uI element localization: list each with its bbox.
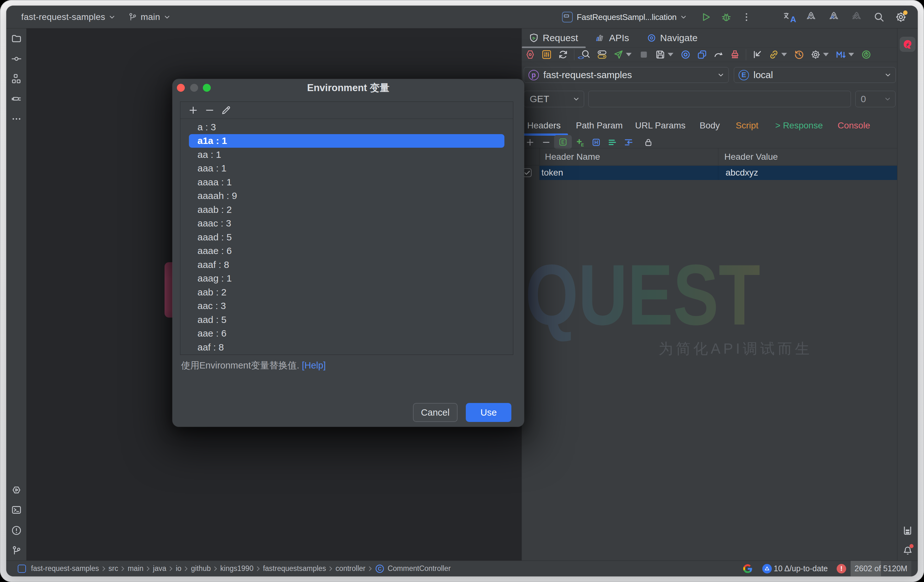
branch-widget[interactable]: main bbox=[128, 12, 171, 22]
profiler-rocket-icon[interactable] bbox=[805, 11, 817, 23]
vcs-badge-icon[interactable] bbox=[762, 564, 772, 574]
tab-script[interactable]: Script bbox=[736, 121, 759, 130]
save-icon[interactable] bbox=[652, 48, 668, 62]
tab-request[interactable]: Request bbox=[522, 28, 586, 48]
error-badge[interactable]: ! bbox=[837, 564, 846, 574]
import-lines-icon[interactable] bbox=[620, 137, 636, 148]
clean-broom-icon[interactable] bbox=[726, 48, 743, 62]
debug-button[interactable] bbox=[721, 12, 732, 23]
search-everywhere-icon[interactable] bbox=[873, 12, 885, 23]
google-icon[interactable] bbox=[742, 563, 753, 574]
env-var-item[interactable]: aaf : 8 bbox=[189, 340, 505, 354]
vcs-status[interactable]: 10 Δ/up-to-date bbox=[774, 564, 828, 573]
tab-navigate[interactable]: Navigate bbox=[639, 28, 705, 48]
import-icon[interactable] bbox=[749, 48, 766, 62]
env-var-item[interactable]: aae : 6 bbox=[189, 327, 505, 341]
use-button[interactable]: Use bbox=[466, 403, 512, 422]
project-toolwindow-icon[interactable] bbox=[11, 33, 22, 44]
dialog-minimize-button[interactable] bbox=[190, 84, 198, 92]
cancel-button[interactable]: Cancel bbox=[413, 403, 457, 422]
problems-toolwindow-icon[interactable] bbox=[11, 525, 22, 536]
tab-body[interactable]: Body bbox=[700, 121, 720, 130]
env-var-item[interactable]: aaab : 2 bbox=[189, 203, 505, 217]
settings-gear-button[interactable] bbox=[895, 11, 907, 23]
more-actions-button[interactable] bbox=[741, 12, 752, 23]
translate-icon[interactable]: A bbox=[782, 11, 794, 23]
env-vars-toggle-selected[interactable]: E bbox=[554, 135, 572, 149]
header-row-token[interactable]: token abcdxyz bbox=[522, 166, 897, 180]
project-select[interactable]: p fast-request-samples bbox=[524, 67, 729, 83]
add-header-icon[interactable] bbox=[522, 137, 538, 148]
project-widget[interactable]: fast-request-samples bbox=[21, 12, 116, 22]
lock-icon[interactable] bbox=[640, 137, 656, 148]
dialog-close-button[interactable] bbox=[177, 84, 185, 92]
terminal-toolwindow-icon[interactable] bbox=[11, 505, 22, 515]
gear-dropdown-arrow[interactable] bbox=[823, 53, 829, 56]
dialog-edit-icon[interactable] bbox=[218, 104, 234, 117]
env-var-item[interactable]: aaaah : 9 bbox=[189, 189, 505, 203]
send-dropdown-arrow[interactable] bbox=[626, 53, 632, 56]
url-input[interactable] bbox=[588, 91, 851, 107]
count-select[interactable]: 0 bbox=[855, 91, 896, 107]
services-toolwindow-icon[interactable] bbox=[11, 485, 22, 495]
env-var-item[interactable]: a : 3 bbox=[189, 120, 505, 134]
method-select[interactable]: GET bbox=[524, 91, 584, 107]
connect-icon[interactable] bbox=[858, 48, 874, 62]
save-dropdown-arrow[interactable] bbox=[668, 53, 673, 56]
history-icon[interactable] bbox=[791, 48, 807, 62]
link-dropdown-arrow[interactable] bbox=[781, 53, 787, 56]
header-name-cell[interactable]: token bbox=[541, 168, 563, 178]
toolbar-gear-icon[interactable] bbox=[807, 48, 824, 62]
markdown-dropdown-arrow[interactable] bbox=[848, 53, 854, 56]
structure-toolwindow-icon[interactable] bbox=[11, 73, 22, 84]
tab-headers[interactable]: Headers bbox=[527, 121, 561, 130]
endpoints-toolwindow-icon[interactable] bbox=[11, 94, 22, 104]
dialog-remove-icon[interactable] bbox=[201, 104, 218, 117]
tab-response[interactable]: > Response bbox=[775, 121, 823, 130]
env-var-item[interactable]: aaaf : 8 bbox=[189, 258, 505, 272]
env-var-item[interactable]: aad : 5 bbox=[189, 313, 505, 327]
tab-console[interactable]: Console bbox=[838, 121, 870, 130]
link-icon[interactable] bbox=[766, 48, 782, 62]
run-config-name[interactable]: FastRequestSampl...lication bbox=[577, 12, 676, 22]
env-var-item[interactable]: aaaa : 1 bbox=[189, 175, 505, 189]
fast-request-stripe-tab[interactable] bbox=[900, 37, 916, 52]
add-env-var-icon[interactable]: E bbox=[572, 137, 588, 148]
curve-arrow-icon[interactable] bbox=[710, 48, 726, 62]
global-headers-icon[interactable]: H bbox=[588, 137, 604, 148]
send-request-icon[interactable] bbox=[610, 48, 627, 62]
env-var-item[interactable]: aaac : 3 bbox=[189, 217, 505, 231]
tab-path-param[interactable]: Path Param bbox=[576, 121, 623, 130]
refresh-icon[interactable] bbox=[555, 48, 571, 62]
env-var-item[interactable]: aac : 3 bbox=[189, 299, 505, 313]
env-var-item[interactable]: aaad : 5 bbox=[189, 230, 505, 244]
run-button[interactable] bbox=[701, 12, 711, 23]
header-value-cell[interactable]: abcdxyz bbox=[726, 168, 758, 178]
scope-icon[interactable] bbox=[522, 48, 538, 62]
stack-toolwindow-icon[interactable] bbox=[902, 525, 913, 536]
env-var-item[interactable]: aaae : 6 bbox=[189, 244, 505, 258]
env-select[interactable]: E local bbox=[734, 67, 896, 83]
remove-header-icon[interactable] bbox=[538, 137, 554, 148]
env-var-item[interactable]: aab : 2 bbox=[189, 285, 505, 299]
env-var-item[interactable]: aaa : 1 bbox=[189, 162, 505, 176]
notifications-bell-button[interactable] bbox=[901, 545, 914, 557]
toggle-params-icon[interactable] bbox=[594, 48, 610, 62]
commit-toolwindow-icon[interactable] bbox=[11, 53, 22, 64]
dialog-zoom-button[interactable] bbox=[203, 84, 211, 92]
copy-icon[interactable] bbox=[694, 48, 710, 62]
config-sliders-icon[interactable] bbox=[538, 48, 555, 62]
help-link[interactable]: [Help] bbox=[302, 360, 326, 370]
env-var-item[interactable]: aaag : 1 bbox=[189, 272, 505, 285]
tab-url-params[interactable]: URL Params bbox=[635, 121, 685, 130]
memory-indicator[interactable]: 2602 of 5120M bbox=[851, 561, 911, 577]
markdown-export-icon[interactable] bbox=[833, 48, 849, 62]
dialog-add-icon[interactable] bbox=[185, 104, 201, 117]
header-row-checkbox[interactable] bbox=[523, 168, 531, 177]
more-toolwindows-icon[interactable] bbox=[11, 114, 22, 124]
record-icon[interactable] bbox=[677, 48, 694, 62]
env-var-item-selected[interactable]: a1a : 1 bbox=[189, 134, 505, 148]
search-code-icon[interactable]: <> bbox=[577, 48, 594, 62]
tab-apis[interactable]: APIs bbox=[588, 28, 637, 48]
git-toolwindow-icon[interactable] bbox=[11, 545, 22, 556]
